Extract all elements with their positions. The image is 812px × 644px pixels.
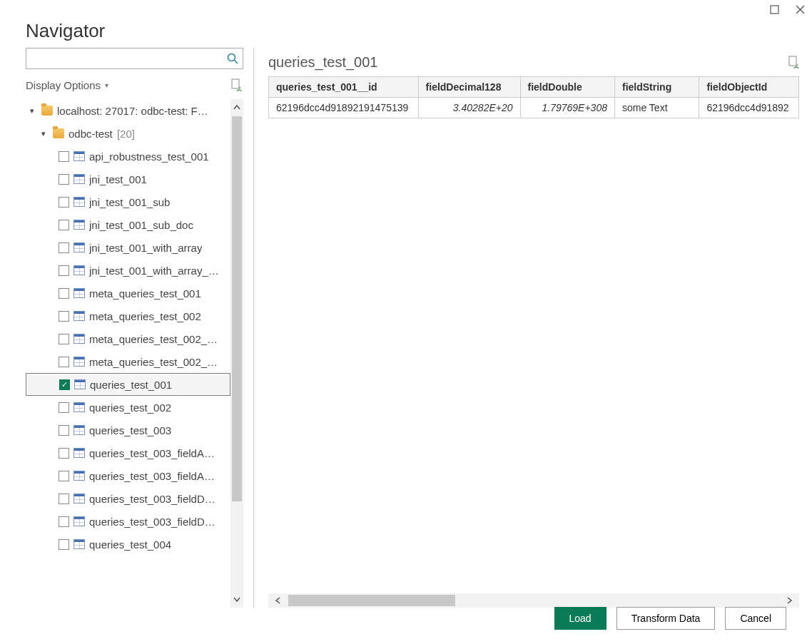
table-icon bbox=[73, 448, 85, 458]
tree-node-table[interactable]: jni_test_001_sub bbox=[26, 190, 230, 213]
tree-node-table[interactable]: ✓queries_test_001 bbox=[26, 373, 230, 396]
tree-label: meta_queries_test_002_… bbox=[89, 356, 218, 368]
checkbox[interactable] bbox=[59, 174, 69, 185]
tree-node-table[interactable]: jni_test_001_sub_doc bbox=[26, 213, 230, 236]
table-icon bbox=[73, 357, 85, 367]
transform-data-button[interactable]: Transform Data bbox=[616, 607, 716, 630]
column-header[interactable]: fieldDouble bbox=[520, 77, 614, 98]
table-icon bbox=[73, 311, 85, 321]
checkbox[interactable] bbox=[59, 516, 69, 527]
checkbox[interactable] bbox=[59, 494, 69, 504]
checkbox[interactable] bbox=[59, 402, 69, 413]
checkbox[interactable] bbox=[59, 334, 69, 344]
cell: 1.79769E+308 bbox=[520, 98, 614, 118]
scroll-up-icon[interactable] bbox=[230, 99, 243, 116]
tree-node-table[interactable]: jni_test_001_with_array_… bbox=[26, 259, 230, 282]
column-header[interactable]: fieldObjectId bbox=[699, 77, 799, 98]
display-options-dropdown[interactable]: Display Options ▾ bbox=[26, 79, 108, 91]
checkbox[interactable] bbox=[59, 220, 69, 230]
search-icon[interactable] bbox=[223, 48, 243, 68]
tree-node-table[interactable]: meta_queries_test_002 bbox=[26, 305, 230, 327]
maximize-button[interactable] bbox=[768, 3, 781, 16]
tree-node-table[interactable]: jni_test_001_with_array bbox=[26, 236, 230, 259]
caret-down-icon: ▾ bbox=[30, 106, 37, 116]
column-header[interactable]: fieldString bbox=[614, 77, 699, 98]
table-icon bbox=[74, 379, 86, 389]
caret-down-icon: ▾ bbox=[41, 129, 49, 138]
table-icon bbox=[73, 471, 85, 481]
search-input[interactable] bbox=[26, 50, 223, 67]
scroll-left-icon[interactable] bbox=[268, 593, 288, 608]
checkbox[interactable] bbox=[59, 311, 69, 322]
checkbox[interactable] bbox=[59, 425, 69, 436]
table-icon bbox=[73, 334, 85, 344]
tree-node-table[interactable]: queries_test_003_fieldD… bbox=[26, 487, 230, 510]
checkbox[interactable] bbox=[59, 265, 69, 276]
page-title: Navigator bbox=[26, 20, 786, 42]
tree-node-table[interactable]: queries_test_003 bbox=[26, 419, 230, 441]
preview-pane: queries_test_001 queries_test_001__id fi… bbox=[264, 48, 799, 608]
tree-node-table[interactable]: meta_queries_test_001 bbox=[26, 282, 230, 305]
table-icon bbox=[73, 402, 85, 412]
preview-horizontal-scrollbar[interactable] bbox=[268, 593, 799, 608]
cell: 62196dcc4d91892 bbox=[699, 98, 799, 118]
table-icon bbox=[73, 174, 85, 184]
tree-label: jni_test_001_with_array bbox=[89, 242, 202, 254]
tree-node-datasource[interactable]: ▾ localhost: 27017: odbc-test: F… bbox=[26, 99, 230, 122]
load-button[interactable]: Load bbox=[554, 607, 607, 630]
table-icon bbox=[73, 265, 85, 275]
scroll-right-icon[interactable] bbox=[779, 593, 799, 608]
checkbox[interactable] bbox=[59, 197, 69, 208]
checkbox[interactable] bbox=[59, 539, 69, 550]
table-row[interactable]: 62196dcc4d91892191475139 3.40282E+20 1.7… bbox=[269, 98, 799, 118]
tree-node-table[interactable]: jni_test_001 bbox=[26, 168, 230, 190]
refresh-preview-icon[interactable] bbox=[788, 56, 799, 68]
svg-rect-3 bbox=[789, 56, 796, 66]
tree-node-table[interactable]: meta_queries_test_002_… bbox=[26, 350, 230, 373]
tree-label: queries_test_002 bbox=[89, 402, 171, 414]
scroll-down-icon[interactable] bbox=[230, 591, 243, 608]
tree-node-table[interactable]: queries_test_004 bbox=[26, 533, 230, 556]
checkbox[interactable] bbox=[59, 471, 69, 481]
cell: 3.40282E+20 bbox=[418, 98, 520, 118]
checkbox[interactable]: ✓ bbox=[59, 379, 70, 390]
close-button[interactable] bbox=[793, 3, 806, 16]
tree-node-table[interactable]: queries_test_003_fieldD… bbox=[26, 510, 230, 533]
column-header[interactable]: fieldDecimal128 bbox=[418, 77, 520, 98]
refresh-tree-icon[interactable] bbox=[230, 78, 243, 91]
tree-node-table[interactable]: queries_test_003_fieldA… bbox=[26, 441, 230, 464]
scroll-thumb[interactable] bbox=[288, 595, 455, 606]
tree-label: queries_test_003_fieldA… bbox=[89, 470, 215, 482]
checkbox[interactable] bbox=[59, 288, 69, 299]
preview-title: queries_test_001 bbox=[268, 54, 377, 71]
tree-label: localhost: 27017: odbc-test: F… bbox=[57, 105, 208, 117]
table-icon bbox=[73, 242, 85, 252]
tree-scrollbar[interactable] bbox=[230, 99, 243, 608]
svg-point-1 bbox=[228, 54, 235, 61]
tree-node-table[interactable]: meta_queries_test_002_… bbox=[26, 327, 230, 350]
tree-node-table[interactable]: queries_test_002 bbox=[26, 396, 230, 419]
tree-label: meta_queries_test_002 bbox=[89, 310, 201, 322]
search-container bbox=[26, 48, 243, 69]
checkbox[interactable] bbox=[59, 151, 69, 162]
tree-node-table[interactable]: api_robustness_test_001 bbox=[26, 145, 230, 168]
table-icon bbox=[73, 516, 85, 526]
tree-node-database[interactable]: ▾ odbc-test [20] bbox=[26, 122, 230, 145]
chevron-down-icon: ▾ bbox=[105, 81, 108, 89]
checkbox[interactable] bbox=[59, 448, 69, 459]
checkbox[interactable] bbox=[59, 242, 69, 253]
table-header-row: queries_test_001__id fieldDecimal128 fie… bbox=[269, 77, 799, 98]
table-icon bbox=[73, 220, 85, 230]
tree-node-table[interactable]: queries_test_003_fieldA… bbox=[26, 464, 230, 487]
tree-label: queries_test_001 bbox=[90, 379, 172, 391]
checkbox[interactable] bbox=[59, 357, 69, 367]
table-icon bbox=[73, 425, 85, 435]
cell: some Text bbox=[614, 98, 699, 118]
navigator-left-pane: Display Options ▾ ▾ localhost: 27017: od… bbox=[26, 48, 254, 608]
tree-label: queries_test_003 bbox=[89, 424, 171, 436]
scroll-thumb[interactable] bbox=[232, 116, 242, 501]
tree-label: queries_test_003_fieldA… bbox=[89, 447, 215, 459]
column-header[interactable]: queries_test_001__id bbox=[269, 77, 419, 98]
tree-label: queries_test_003_fieldD… bbox=[89, 493, 215, 505]
cancel-button[interactable]: Cancel bbox=[725, 607, 786, 630]
